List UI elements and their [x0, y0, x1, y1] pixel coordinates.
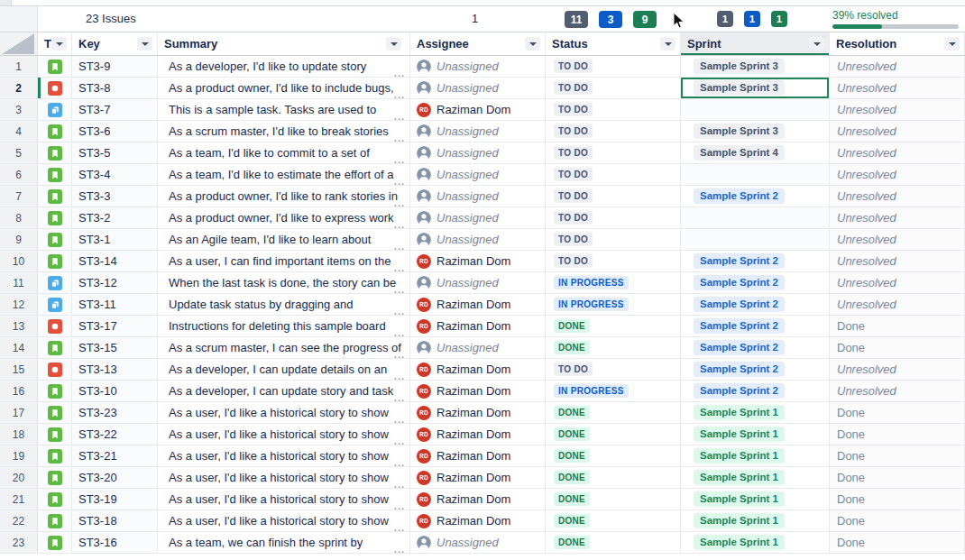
- cell-summary[interactable]: As a scrum master, I can see the progres…: [158, 337, 410, 358]
- cell-assignee[interactable]: Unassigned: [410, 78, 546, 98]
- row-number[interactable]: 20: [0, 467, 38, 488]
- cell-resolution[interactable]: Unresolved: [830, 121, 965, 142]
- cell-resolution[interactable]: Done: [830, 316, 965, 336]
- cell-key[interactable]: ST3-7: [72, 99, 158, 120]
- cell-key[interactable]: ST3-8: [72, 78, 158, 98]
- cell-resolution[interactable]: Done: [830, 402, 965, 423]
- cell-resolution[interactable]: Unresolved: [830, 186, 965, 207]
- cell-assignee[interactable]: RDRaziman Dom: [410, 489, 546, 510]
- cell-assignee[interactable]: RDRaziman Dom: [410, 467, 546, 488]
- cell-status[interactable]: TO DO: [546, 186, 681, 207]
- cell-status[interactable]: IN PROGRESS: [546, 272, 681, 293]
- cell-status[interactable]: TO DO: [546, 229, 681, 250]
- cell-summary[interactable]: As a product owner, I'd like to include …: [158, 78, 410, 98]
- cell-assignee[interactable]: Unassigned: [410, 142, 546, 163]
- row-number[interactable]: 16: [0, 381, 38, 401]
- row-number[interactable]: 17: [0, 402, 38, 423]
- cell-sprint[interactable]: Sample Sprint 2: [681, 359, 830, 380]
- cell-resolution[interactable]: Done: [830, 424, 965, 445]
- cell-assignee[interactable]: Unassigned: [410, 229, 546, 250]
- header-cell-status[interactable]: Status: [546, 32, 681, 55]
- row-number[interactable]: 23: [0, 532, 38, 553]
- cell-status[interactable]: DONE: [546, 532, 681, 553]
- cell-key[interactable]: ST3-1: [72, 229, 158, 250]
- cell-type[interactable]: [38, 532, 72, 553]
- cell-sprint[interactable]: Sample Sprint 2: [681, 294, 830, 315]
- cell-assignee[interactable]: Unassigned: [410, 337, 546, 358]
- cell-status[interactable]: DONE: [546, 510, 681, 531]
- cell-sprint[interactable]: Sample Sprint 4: [681, 142, 830, 163]
- cell-key[interactable]: ST3-4: [72, 164, 158, 185]
- row-number[interactable]: 4: [0, 121, 38, 142]
- cell-key[interactable]: ST3-15: [72, 337, 158, 358]
- filter-dropdown-button-resolution[interactable]: [944, 37, 960, 50]
- cell-assignee[interactable]: Unassigned: [410, 121, 546, 142]
- header-cell-key[interactable]: Key: [72, 32, 158, 55]
- cell-assignee[interactable]: Unassigned: [410, 186, 546, 207]
- cell-summary[interactable]: This is a sample task. Tasks are used to…: [158, 99, 410, 120]
- row-number[interactable]: 7: [0, 186, 38, 207]
- cell-sprint[interactable]: Sample Sprint 1: [681, 467, 830, 488]
- cell-resolution[interactable]: Unresolved: [830, 164, 965, 185]
- cell-status[interactable]: IN PROGRESS: [546, 381, 681, 401]
- filter-dropdown-button-key[interactable]: [137, 37, 152, 50]
- cell-key[interactable]: ST3-11: [72, 294, 158, 315]
- cell-status[interactable]: DONE: [546, 445, 681, 466]
- cell-resolution[interactable]: Unresolved: [830, 294, 965, 315]
- cell-summary[interactable]: As a user, I'd like a historical story t…: [158, 510, 410, 531]
- filter-dropdown-button-status[interactable]: [660, 37, 676, 50]
- cell-sprint[interactable]: Sample Sprint 1: [681, 402, 830, 423]
- cell-summary[interactable]: As a user, I'd like a historical story t…: [158, 424, 410, 445]
- cell-key[interactable]: ST3-12: [72, 272, 158, 293]
- cell-assignee[interactable]: RDRaziman Dom: [410, 359, 546, 380]
- cell-type[interactable]: [38, 316, 72, 336]
- cell-resolution[interactable]: Unresolved: [830, 207, 965, 228]
- cell-key[interactable]: ST3-19: [72, 489, 158, 510]
- cell-type[interactable]: [38, 207, 72, 228]
- cell-resolution[interactable]: Unresolved: [830, 56, 965, 77]
- row-number[interactable]: 2: [0, 78, 38, 98]
- cell-assignee[interactable]: RDRaziman Dom: [410, 510, 546, 531]
- row-number[interactable]: 14: [0, 337, 38, 358]
- cell-status[interactable]: DONE: [546, 424, 681, 445]
- cell-sprint[interactable]: Sample Sprint 3: [681, 121, 830, 142]
- cell-type[interactable]: [38, 445, 72, 466]
- row-number[interactable]: 11: [0, 272, 38, 293]
- cell-resolution[interactable]: Done: [830, 445, 965, 466]
- cell-type[interactable]: [38, 186, 72, 207]
- cell-key[interactable]: ST3-10: [72, 381, 158, 401]
- cell-status[interactable]: TO DO: [546, 251, 681, 271]
- cell-summary[interactable]: Update task status by dragging and...: [158, 294, 410, 315]
- cell-status[interactable]: TO DO: [546, 78, 681, 98]
- cell-sprint[interactable]: Sample Sprint 2: [681, 316, 830, 336]
- cell-resolution[interactable]: Unresolved: [830, 251, 965, 271]
- cell-type[interactable]: [38, 56, 72, 77]
- cell-status[interactable]: DONE: [546, 467, 681, 488]
- cell-status[interactable]: DONE: [546, 402, 681, 423]
- cell-assignee[interactable]: Unassigned: [410, 56, 546, 77]
- cell-resolution[interactable]: Unresolved: [830, 78, 965, 98]
- header-cell-summary[interactable]: Summary: [158, 32, 410, 55]
- filter-dropdown-button-type[interactable]: [51, 37, 67, 50]
- cell-summary[interactable]: As a team, I'd like to commit to a set o…: [158, 142, 410, 163]
- cell-summary[interactable]: As a scrum master, I'd like to break sto…: [158, 121, 410, 142]
- row-number[interactable]: 9: [0, 229, 38, 250]
- cell-assignee[interactable]: RDRaziman Dom: [410, 381, 546, 401]
- cell-summary[interactable]: As a user, I can find important items on…: [158, 251, 410, 271]
- cell-status[interactable]: DONE: [546, 316, 681, 336]
- cell-type[interactable]: [38, 229, 72, 250]
- cell-type[interactable]: [38, 121, 72, 142]
- cell-type[interactable]: [38, 251, 72, 271]
- cell-key[interactable]: ST3-9: [72, 56, 158, 77]
- row-number[interactable]: 6: [0, 164, 38, 185]
- cell-assignee[interactable]: Unassigned: [410, 272, 546, 293]
- select-all-corner[interactable]: [0, 32, 38, 55]
- cell-key[interactable]: ST3-2: [72, 207, 158, 228]
- cell-sprint[interactable]: [681, 207, 830, 228]
- cell-assignee[interactable]: Unassigned: [410, 164, 546, 185]
- filter-dropdown-button-assignee[interactable]: [525, 37, 540, 50]
- cell-status[interactable]: TO DO: [546, 207, 681, 228]
- cell-summary[interactable]: Instructions for deleting this sample bo…: [158, 316, 410, 336]
- cell-type[interactable]: [38, 489, 72, 510]
- row-number[interactable]: 15: [0, 359, 38, 380]
